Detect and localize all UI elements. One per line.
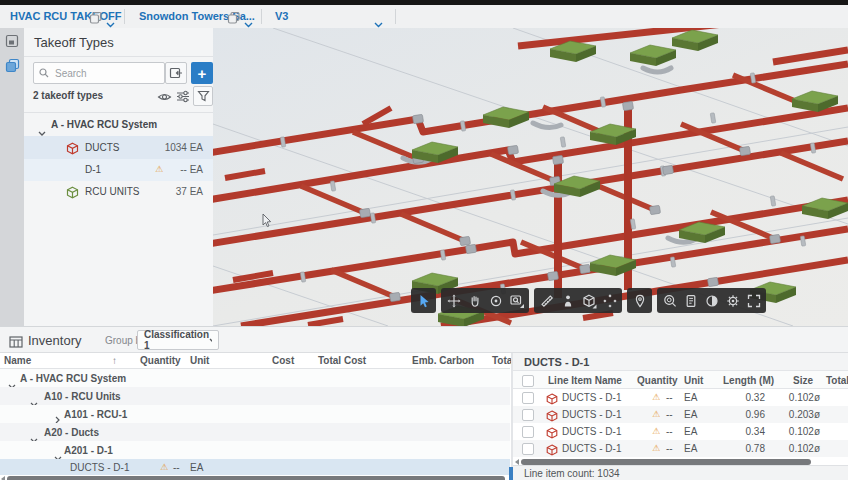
explode-model-icon[interactable]: [599, 289, 620, 312]
filter-funnel-icon: [197, 90, 210, 102]
inventory-row[interactable]: A101 - RCU-1: [0, 405, 510, 423]
row-quantity: --: [173, 462, 180, 473]
takeoff-from-sheet-button[interactable]: [165, 62, 187, 84]
column-header-cost[interactable]: Cost: [272, 355, 294, 366]
line-item-size: 0.102ø: [770, 392, 820, 403]
row-checkbox[interactable]: [522, 409, 534, 421]
visibility-eye-icon[interactable]: [157, 89, 172, 107]
warning-icon: ⚠: [652, 409, 660, 419]
hvac-3d-model: [213, 28, 848, 326]
column-header-unit[interactable]: Unit: [684, 375, 703, 386]
row-checkbox[interactable]: [522, 426, 534, 438]
line-item-row[interactable]: DUCTS - D-1 ⚠ -- EA 0.96 0.203ø: [513, 406, 848, 423]
line-item-unit: EA: [684, 443, 697, 454]
tree-group-row[interactable]: A - HVAC RCU System: [24, 114, 213, 136]
measure-icon[interactable]: [536, 289, 557, 312]
select-cursor-icon[interactable]: [413, 289, 434, 312]
zoom-window-icon[interactable]: [506, 289, 527, 312]
line-item-length: 0.34: [705, 426, 765, 437]
line-item-row[interactable]: DUCTS - D-1 ⚠ -- EA 0.34 0.102ø: [513, 423, 848, 440]
line-item-size: 0.102ø: [770, 426, 820, 437]
toolbar-group-tools: [534, 288, 622, 313]
properties-panel-icon[interactable]: [680, 289, 701, 312]
row-checkbox[interactable]: [522, 392, 534, 404]
tree-item-d1[interactable]: D-1 ⚠ -- EA: [24, 159, 213, 181]
topbar-divider: [261, 9, 262, 24]
first-person-icon[interactable]: [557, 289, 578, 312]
toolbar-group-navigate: [441, 288, 529, 313]
search-model-icon[interactable]: [659, 289, 680, 312]
inventory-row-selected[interactable]: DUCTS - D-1 ⚠ -- EA: [0, 459, 510, 475]
line-item-unit: EA: [684, 426, 697, 437]
view-cube-icon[interactable]: [578, 289, 599, 312]
column-header-line-item-name[interactable]: Line Item Name: [548, 375, 622, 386]
tree-item-ducts[interactable]: DUCTS 1034 EA: [24, 136, 213, 159]
column-header-quantity[interactable]: Quantity: [140, 355, 181, 366]
line-item-row[interactable]: DUCTS - D-1 ⚠ -- EA 0.32 0.102ø: [513, 389, 848, 406]
column-header-unit[interactable]: Unit: [190, 355, 209, 366]
toolbar-group-pin: [627, 288, 652, 313]
takeoff-title[interactable]: HVAC RCU TAKEOFF: [10, 5, 121, 28]
column-header-size[interactable]: Size: [780, 375, 813, 386]
group-by-value: Classification 1: [144, 329, 209, 351]
column-header-length[interactable]: Length (M): [723, 375, 774, 386]
inventory-row[interactable]: A20 - Ducts: [0, 423, 510, 441]
import-icon: [169, 66, 183, 80]
column-header-quantity[interactable]: Quantity: [637, 375, 678, 386]
line-item-name: DUCTS - D-1: [562, 426, 621, 437]
sort-ascending-icon[interactable]: ↑: [112, 355, 117, 366]
tree-item-rcu-units[interactable]: RCU UNITS 37 EA: [24, 181, 213, 203]
pan-icon[interactable]: [443, 289, 464, 312]
row-checkbox[interactable]: [522, 443, 534, 455]
divider: [24, 56, 213, 57]
tree-item-count: 1034 EA: [165, 142, 203, 153]
line-item-unit: EA: [684, 392, 697, 403]
toolbar-group-select: [411, 288, 436, 313]
column-header-total-cost[interactable]: Total Cost: [318, 355, 366, 366]
row-label: A20 - Ducts: [44, 427, 99, 438]
mouse-cursor: [263, 214, 271, 227]
detail-footer: Line item count: 1034: [513, 465, 848, 480]
hand-orbit-icon[interactable]: [464, 289, 485, 312]
select-all-checkbox[interactable]: [522, 375, 534, 387]
fullscreen-icon[interactable]: [743, 289, 764, 312]
cube-red-icon: [66, 141, 79, 159]
inventory-horizontal-scrollbar[interactable]: [0, 476, 510, 480]
settings-gear-icon[interactable]: [722, 289, 743, 312]
line-item-length: 0.78: [705, 443, 765, 454]
line-item-size: 0.102ø: [770, 443, 820, 454]
search-input[interactable]: [33, 62, 165, 84]
inventory-row[interactable]: A201 - D-1: [0, 441, 510, 459]
scroll-left-arrow-icon[interactable]: [1, 476, 5, 480]
viewer-toolbar: [411, 288, 766, 313]
row-unit: EA: [190, 462, 203, 473]
inventory-row[interactable]: A10 - RCU Units: [0, 387, 510, 405]
cube-green-icon: [66, 185, 79, 203]
search-field[interactable]: [53, 67, 157, 80]
tree-group-label: A - HVAC RCU System: [51, 119, 157, 130]
appearance-sphere-icon[interactable]: [701, 289, 722, 312]
line-item-name: DUCTS - D-1: [562, 443, 621, 454]
panel-title: Takeoff Types: [34, 35, 114, 50]
model-viewport-3d[interactable]: [213, 28, 848, 326]
bottom-panels: Inventory Group by Classification 1 Name…: [0, 326, 848, 480]
inventory-row[interactable]: A - HVAC RCU System: [0, 369, 510, 387]
line-item-length: 0.32: [705, 392, 765, 403]
orbit-icon[interactable]: [485, 289, 506, 312]
takeoff-tool-icon[interactable]: [5, 58, 20, 77]
filter-button[interactable]: [193, 86, 213, 106]
column-header-total[interactable]: Total: [826, 375, 848, 386]
row-label: A - HVAC RCU System: [20, 373, 126, 384]
add-takeoff-type-button[interactable]: +: [191, 62, 213, 84]
takeoff-types-panel: Takeoff Types + 2 takeoff types A - HVAC…: [24, 28, 214, 326]
column-header-emb-carbon[interactable]: Emb. Carbon: [412, 355, 474, 366]
location-pin-icon[interactable]: [629, 289, 650, 312]
line-item-row[interactable]: DUCTS - D-1 ⚠ -- EA 0.78 0.102ø: [513, 440, 848, 457]
settings-sliders-icon[interactable]: [176, 89, 191, 107]
column-header-name[interactable]: Name: [4, 355, 31, 366]
sheets-icon[interactable]: [5, 34, 19, 52]
group-by-dropdown[interactable]: Classification 1: [137, 330, 219, 350]
version-label[interactable]: V3: [275, 5, 288, 28]
row-label: A10 - RCU Units: [44, 391, 121, 402]
topbar-divider: [395, 9, 396, 24]
